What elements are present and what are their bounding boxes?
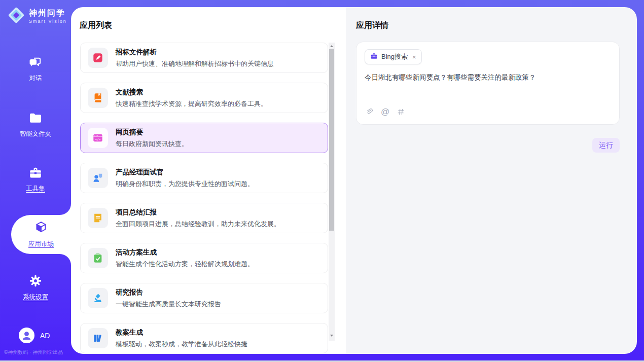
app-desc: 帮助用户快速、准确地理解和解析招标书中的关键信息 [116, 59, 274, 68]
app-card-tender-doc[interactable]: 招标文件解析 帮助用户快速、准确地理解和解析招标书中的关键信息 [80, 43, 328, 73]
app-desc: 明确身份和职责，为您提供专业性的面试问题。 [116, 179, 254, 189]
microscope-icon [88, 288, 108, 308]
tag-label: Bing搜索 [381, 52, 408, 61]
scrollbar-up-arrow-icon[interactable] [329, 43, 335, 49]
interviewer-icon [88, 168, 108, 188]
sidebar-item-label: 系统设置 [23, 293, 48, 302]
app-title: 网页摘要 [116, 128, 188, 137]
app-title: 教案生成 [116, 328, 247, 337]
briefcase-icon [370, 52, 378, 62]
tag-close-icon[interactable]: × [412, 54, 416, 60]
sidebar: 神州问学 Smart Vision 对话 智能文件夹 [0, 0, 71, 362]
app-list-title: 应用列表 [80, 20, 112, 31]
books-icon [88, 328, 108, 348]
brand-diamond-icon [7, 6, 25, 26]
run-button[interactable]: 运行 [592, 138, 620, 153]
active-tab-curve-top [60, 204, 71, 215]
app-detail-panel: 应用详情 Bing搜索 × 今日湖北有哪些新闻要点？有哪些需要关注的最新政策？ [346, 7, 637, 354]
scrollbar[interactable] [329, 43, 335, 341]
user-account[interactable]: AD [19, 328, 50, 343]
sidebar-item-app-market-inner[interactable]: 应用市场 [6, 221, 77, 248]
app-title: 活动方案生成 [116, 248, 254, 257]
app-desc: 模板驱动，教案秒成，教学准备从此轻松快捷 [116, 340, 247, 349]
app-desc: 全面回顾项目进展，总结经验教训，助力未来优化发展。 [116, 220, 280, 229]
app-card-web-summary[interactable]: </> 网页摘要 每日政府新闻资讯快查。 [80, 123, 328, 153]
sidebar-item-label: 智能文件夹 [20, 130, 52, 138]
active-tab-curve-bottom [60, 254, 71, 265]
browser-code-icon: </> [88, 128, 108, 148]
gear-icon [28, 274, 43, 290]
app-card-literature-search[interactable]: 文献搜索 快速精准查找学术资源，提高研究效率的必备工具。 [80, 83, 328, 113]
book-icon [88, 88, 108, 108]
app-title: 招标文件解析 [116, 48, 274, 57]
hashtag-icon[interactable] [397, 107, 405, 116]
app-title: 研究报告 [116, 288, 221, 297]
sidebar-item-label: 对话 [29, 74, 42, 83]
user-name: AD [40, 332, 50, 340]
sidebar-item-label: 工具集 [26, 185, 45, 193]
svg-text:</>: </> [95, 137, 101, 141]
app-card-pm-interviewer[interactable]: 产品经理面试官 明确身份和职责，为您提供专业性的面试问题。 [80, 163, 328, 193]
mention-icon[interactable]: @ [381, 107, 389, 116]
avatar [19, 328, 34, 343]
composer-toolbar: @ [365, 107, 611, 116]
app-card-project-summary[interactable]: 项目总结汇报 全面回顾项目进展，总结经验教训，助力未来优化发展。 [80, 203, 328, 233]
scrollbar-thumb[interactable] [329, 49, 334, 231]
clipboard-check-icon [88, 248, 108, 268]
brand-logo: 神州问学 Smart Vision [7, 6, 67, 26]
app-card-research-report[interactable]: 研究报告 一键智能生成高质量长文本研究报告 [80, 283, 328, 313]
app-detail-title: 应用详情 [356, 20, 388, 31]
app-list-panel: 应用列表 招标文件解析 帮助用户快速、准确地理解和解析招标书中的关键信息 [71, 7, 346, 354]
sidebar-item-app-market[interactable]: 应用市场 [11, 215, 71, 254]
app-card-list: 招标文件解析 帮助用户快速、准确地理解和解析招标书中的关键信息 文献搜索 快速精… [80, 43, 328, 354]
app-card-event-plan[interactable]: 活动方案生成 智能生成个性化活动方案，轻松解决规划难题。 [80, 243, 328, 273]
brand-title: 神州问学 [29, 9, 67, 18]
app-title: 产品经理面试官 [116, 168, 254, 177]
folder-icon [28, 112, 43, 127]
bing-search-tag[interactable]: Bing搜索 × [365, 49, 422, 64]
toolbox-icon [28, 166, 43, 182]
pen-square-icon [88, 48, 108, 68]
prompt-card: Bing搜索 × 今日湖北有哪些新闻要点？有哪些需要关注的最新政策？ @ [356, 42, 620, 125]
brand-subtitle: Smart Vision [29, 19, 67, 24]
cube-icon [33, 221, 49, 237]
sidebar-item-chat[interactable]: 对话 [0, 57, 71, 83]
app-card-lesson-plan[interactable]: 教案生成 模板驱动，教案秒成，教学准备从此轻松快捷 [80, 323, 328, 353]
scrollbar-down-arrow-icon[interactable] [329, 332, 335, 339]
main-content: 应用列表 招标文件解析 帮助用户快速、准确地理解和解析招标书中的关键信息 [71, 7, 637, 354]
attachment-icon[interactable] [365, 107, 374, 116]
app-desc: 每日政府新闻资讯快查。 [116, 139, 188, 149]
copyright-footer: ©神州数码 · 神州问学出品 [4, 349, 71, 356]
app-desc: 一键智能生成高质量长文本研究报告 [116, 300, 221, 309]
sidebar-item-settings[interactable]: 系统设置 [0, 274, 71, 302]
app-title: 文献搜索 [116, 88, 267, 97]
app-desc: 智能生成个性化活动方案，轻松解决规划难题。 [116, 260, 254, 269]
note-icon [88, 208, 108, 228]
sidebar-item-toolset[interactable]: 工具集 [0, 166, 71, 193]
chat-icon [28, 57, 43, 71]
app-title: 项目总结汇报 [116, 208, 280, 217]
app-desc: 快速精准查找学术资源，提高研究效率的必备工具。 [116, 99, 267, 108]
query-text[interactable]: 今日湖北有哪些新闻要点？有哪些需要关注的最新政策？ [365, 73, 611, 107]
sidebar-item-smart-folder[interactable]: 智能文件夹 [0, 112, 71, 138]
sidebar-item-label: 应用市场 [28, 240, 54, 248]
